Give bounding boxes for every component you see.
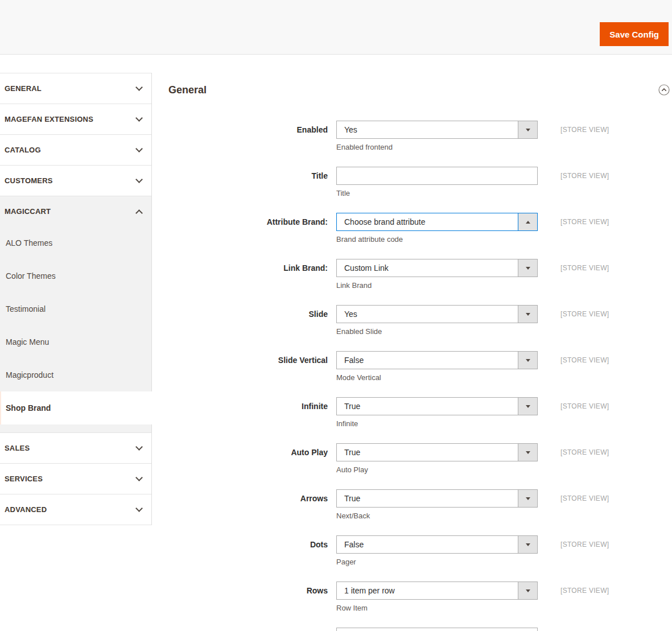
dropdown-arrow-button[interactable] <box>518 536 537 553</box>
field-select[interactable]: False <box>336 351 538 369</box>
nav-section-label: GENERAL <box>5 84 42 93</box>
field-hint: Pager <box>336 558 538 567</box>
field-label: Link Brand: <box>168 259 328 290</box>
select-value: Yes <box>337 121 518 138</box>
sidebar-section-services[interactable]: SERVICES <box>0 463 151 494</box>
chevron-down-icon <box>135 84 143 91</box>
store-view-scope: [STORE VIEW] <box>560 305 609 336</box>
sidebar-section-customers[interactable]: CUSTOMERS <box>0 165 151 196</box>
field-row-slide-vertical: Slide Vertical False Mode Vertical [STOR… <box>168 351 670 382</box>
field-hint: Brand attribute code <box>336 235 538 244</box>
field-select[interactable]: Yes <box>336 121 538 139</box>
sidebar-item-magic-menu[interactable]: Magic Menu <box>0 325 151 358</box>
triangle-down-icon <box>526 359 530 362</box>
next-field-input-partial[interactable] <box>336 628 538 631</box>
next-field-partial <box>168 628 670 631</box>
store-view-scope: [STORE VIEW] <box>560 121 609 152</box>
nav-item-label: ALO Themes <box>6 238 52 248</box>
triangle-up-icon <box>526 221 530 224</box>
field-hint: Infinite <box>336 419 538 428</box>
nav-section-label: CUSTOMERS <box>5 176 53 185</box>
triangle-down-icon <box>526 313 530 316</box>
field-label: Slide <box>168 305 328 336</box>
field-hint: Enabled Slide <box>336 327 538 336</box>
field-label: Enabled <box>168 121 328 152</box>
dropdown-arrow-button[interactable] <box>518 306 537 323</box>
sidebar-item-testimonial[interactable]: Testimonial <box>0 292 151 325</box>
dropdown-arrow-button[interactable] <box>518 213 537 230</box>
triangle-down-icon <box>526 451 530 454</box>
field-label: Title <box>168 167 328 198</box>
sidebar-item-color-themes[interactable]: Color Themes <box>0 259 151 292</box>
dropdown-arrow-button[interactable] <box>518 121 537 138</box>
field-hint: Enabled frontend <box>336 143 538 152</box>
sidebar-section-advanced[interactable]: ADVANCED <box>0 494 151 525</box>
store-view-scope: [STORE VIEW] <box>560 489 609 521</box>
sidebar-section-catalog[interactable]: CATALOG <box>0 134 151 165</box>
nav-item-label: Magic Menu <box>6 337 49 347</box>
dropdown-arrow-button[interactable] <box>518 352 537 369</box>
field-select[interactable]: True <box>336 443 538 461</box>
nav-item-label: Shop Brand <box>6 403 51 413</box>
field-row-link-brand: Link Brand: Custom Link Link Brand [STOR… <box>168 259 670 290</box>
sidebar-section-magefan-extensions[interactable]: MAGEFAN EXTENSIONS <box>0 104 151 134</box>
triangle-down-icon <box>526 589 530 592</box>
sidebar-section-sales[interactable]: SALES <box>0 432 151 463</box>
select-value: Custom Link <box>337 259 518 277</box>
field-label: Rows <box>168 581 328 613</box>
field-label: Slide Vertical <box>168 351 328 382</box>
save-config-button[interactable]: Save Config <box>600 22 669 46</box>
store-view-scope: [STORE VIEW] <box>560 397 609 428</box>
select-value: False <box>337 536 518 553</box>
dropdown-arrow-button[interactable] <box>518 398 537 415</box>
field-text-input[interactable] <box>336 167 538 185</box>
fieldset-general: Enabled Yes Enabled frontend [STORE VIEW… <box>168 121 670 613</box>
field-select[interactable]: 1 item per row <box>336 581 538 600</box>
field-select[interactable]: Yes <box>336 305 538 323</box>
sidebar-section-general[interactable]: GENERAL <box>0 73 151 104</box>
field-row-auto-play: Auto Play True Auto Play [STORE VIEW] <box>168 443 670 475</box>
dropdown-arrow-button[interactable] <box>518 259 537 277</box>
nav-item-label: Color Themes <box>6 271 56 281</box>
collapse-section-button[interactable] <box>658 84 670 96</box>
store-view-scope: [STORE VIEW] <box>560 259 609 290</box>
nav-item-label: Testimonial <box>6 304 46 314</box>
dropdown-arrow-button[interactable] <box>518 582 537 599</box>
dropdown-arrow-button[interactable] <box>518 444 537 461</box>
sidebar-subitems: ALO Themes Color Themes Testimonial Magi… <box>0 226 151 424</box>
field-row-arrows: Arrows True Next/Back [STORE VIEW] <box>168 489 670 521</box>
field-select[interactable]: False <box>336 535 538 554</box>
nav-section-label: SERVICES <box>5 475 43 483</box>
select-value: True <box>337 490 518 507</box>
select-value: 1 item per row <box>337 582 518 599</box>
field-hint: Mode Vertical <box>336 373 538 382</box>
field-hint: Auto Play <box>336 465 538 475</box>
nav-section-label: CATALOG <box>5 146 41 154</box>
field-row-enabled: Enabled Yes Enabled frontend [STORE VIEW… <box>168 121 670 152</box>
sidebar-item-shop-brand[interactable]: Shop Brand <box>0 391 160 424</box>
sidebar-item-alo-themes[interactable]: ALO Themes <box>0 226 151 259</box>
select-value: Yes <box>337 306 518 323</box>
field-row-attribute-brand: Attribute Brand: Choose brand attribute … <box>168 213 670 244</box>
field-select[interactable]: True <box>336 489 538 508</box>
section-header: General <box>168 83 670 97</box>
field-row-infinite: Infinite True Infinite [STORE VIEW] <box>168 397 670 428</box>
triangle-down-icon <box>526 405 530 408</box>
field-hint: Next/Back <box>336 512 538 521</box>
field-hint: Row Item <box>336 604 538 613</box>
store-view-scope: [STORE VIEW] <box>560 535 609 567</box>
field-select[interactable]: Custom Link <box>336 259 538 277</box>
dropdown-arrow-button[interactable] <box>518 490 537 507</box>
store-view-scope: [STORE VIEW] <box>560 213 609 244</box>
field-select[interactable]: Choose brand attribute <box>336 213 538 231</box>
sidebar-section-magiccart[interactable]: MAGICCART <box>0 196 151 226</box>
field-select[interactable]: True <box>336 397 538 415</box>
chevron-down-icon <box>135 145 143 152</box>
field-label: Arrows <box>168 489 328 521</box>
circle-chevron-up-icon <box>658 89 670 97</box>
config-nav: GENERAL MAGEFAN EXTENSIONS CATALOG CUSTO… <box>0 73 152 525</box>
sidebar-item-magicproduct[interactable]: Magicproduct <box>0 358 151 391</box>
field-row-slide: Slide Yes Enabled Slide [STORE VIEW] <box>168 305 670 336</box>
select-value: False <box>337 352 518 369</box>
triangle-down-icon <box>526 267 530 270</box>
